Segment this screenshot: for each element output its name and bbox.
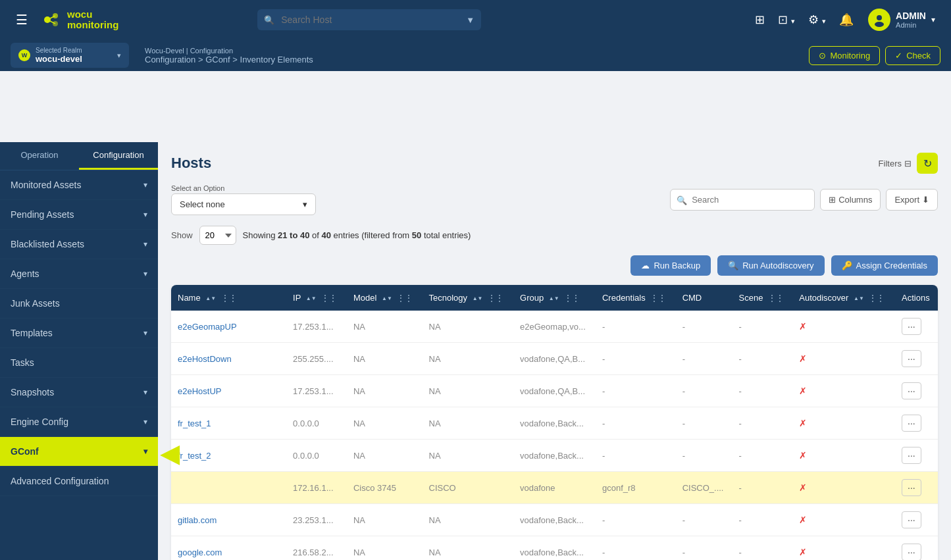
- chevron-down-icon: ▾: [143, 328, 147, 338]
- filters-button[interactable]: Filters ⊟: [879, 159, 912, 168]
- actions-menu-button[interactable]: ···: [902, 415, 921, 432]
- page-header: Hosts Filters ⊟ ↻: [171, 153, 938, 174]
- show-select[interactable]: 20 50 100: [199, 226, 236, 245]
- actions-menu-button[interactable]: ···: [902, 350, 921, 367]
- cell-technology: NA: [423, 536, 514, 561]
- cell-credentials: -: [596, 504, 676, 536]
- user-area[interactable]: ADMIN Admin ▾: [863, 6, 940, 34]
- run-autodiscovery-button[interactable]: 🔍 Run Autodiscovery: [717, 255, 824, 276]
- host-link[interactable]: e2eGeomapUP: [178, 322, 237, 332]
- logo-text: wocu monitoring: [67, 9, 118, 31]
- cell-credentials: -: [596, 343, 676, 375]
- col-technology: Tecnology ▲▼ ⋮⋮: [423, 285, 514, 311]
- show-label: Show: [171, 230, 193, 240]
- cell-scene: -: [733, 375, 793, 407]
- download-icon: ⬇: [922, 195, 929, 205]
- col-menu-icon[interactable]: ⋮⋮: [564, 293, 580, 303]
- actions-menu-button[interactable]: ···: [902, 382, 921, 399]
- hamburger-button[interactable]: ☰: [11, 9, 33, 30]
- cell-ip: 216.58.2...: [286, 536, 347, 561]
- col-menu-icon[interactable]: ⋮⋮: [221, 293, 237, 303]
- search-host-input[interactable]: [257, 9, 481, 30]
- col-menu-icon[interactable]: ⋮⋮: [768, 293, 784, 303]
- table-row: e2eHostUP 17.253.1... NA NA vodafone,QA,…: [171, 375, 938, 407]
- monitoring-icon: ⊙: [819, 51, 826, 61]
- chevron-down-icon: ▾: [143, 388, 147, 397]
- cell-cmd: -: [676, 504, 733, 536]
- sidebar-item-blacklisted-assets[interactable]: Blacklisted Assets ▾: [0, 230, 158, 259]
- table-row: e2eGeomapUP 17.253.1... NA NA e2eGeomap,…: [171, 311, 938, 343]
- cell-group: vodafone,Back...: [513, 536, 596, 561]
- actions-menu-button[interactable]: ···: [902, 318, 921, 335]
- refresh-button[interactable]: ↻: [917, 153, 938, 174]
- select-option-button[interactable]: Select none ▾: [171, 193, 316, 215]
- sidebar-item-advanced-configuration[interactable]: Advanced Configuration: [0, 467, 158, 496]
- sidebar-item-snapshots[interactable]: Snapshots ▾: [0, 378, 158, 407]
- actions-menu-button[interactable]: ···: [902, 479, 921, 496]
- cell-ip: 172.16.1...: [286, 472, 347, 504]
- run-backup-button[interactable]: ☁ Run Backup: [630, 255, 711, 276]
- col-scene: Scene ⋮⋮: [733, 285, 793, 311]
- backup-icon: ☁: [641, 261, 650, 270]
- sidebar-item-monitored-assets[interactable]: Monitored Assets ▾: [0, 170, 158, 200]
- cell-group: vodafone,QA,B...: [513, 343, 596, 375]
- col-menu-icon[interactable]: ⋮⋮: [869, 293, 885, 303]
- cell-ip: 255.255....: [286, 343, 347, 375]
- monitoring-button[interactable]: ⊙ Monitoring: [809, 46, 880, 65]
- tab-configuration[interactable]: Configuration: [79, 142, 158, 170]
- actions-menu-button[interactable]: ···: [902, 447, 921, 464]
- sidebar-item-pending-assets[interactable]: Pending Assets ▾: [0, 200, 158, 230]
- host-link[interactable]: google.com: [178, 547, 222, 557]
- host-link[interactable]: fr_test_1: [178, 419, 211, 428]
- sidebar: Operation Configuration Monitored Assets…: [0, 142, 158, 560]
- sidebar-item-tasks[interactable]: Tasks: [0, 348, 158, 378]
- check-button[interactable]: ✓ Check: [885, 46, 940, 65]
- alerts-button[interactable]: 🔔: [835, 9, 858, 31]
- host-link[interactable]: e2eHostUP: [178, 386, 221, 396]
- cell-group: vodafone,QA,B...: [513, 375, 596, 407]
- cell-scene: -: [733, 343, 793, 375]
- sidebar-item-engine-config[interactable]: Engine Config ▾: [0, 407, 158, 437]
- actions-menu-button[interactable]: ···: [902, 511, 921, 528]
- cell-group: vodafone,Back...: [513, 504, 596, 536]
- sidebar-item-gconf[interactable]: GConf ▾: [0, 437, 158, 467]
- settings-button[interactable]: ⚙ ▾: [804, 9, 830, 31]
- export-button[interactable]: Export ⬇: [886, 189, 938, 211]
- sidebar-tabs: Operation Configuration: [0, 142, 158, 170]
- cell-actions: ···: [895, 375, 938, 407]
- sort-icons: ▲▼: [549, 296, 559, 301]
- sort-icons: ▲▼: [473, 296, 483, 301]
- svg-point-5: [877, 15, 882, 20]
- reports-button[interactable]: ⊞: [751, 9, 769, 31]
- realm-selector[interactable]: W Selected Realm wocu-devel ▾: [11, 43, 129, 68]
- col-menu-icon[interactable]: ⋮⋮: [650, 293, 666, 303]
- chevron-down-icon: ▾: [303, 199, 307, 209]
- host-link[interactable]: e2eHostDown: [178, 354, 232, 364]
- sidebar-item-templates[interactable]: Templates ▾: [0, 318, 158, 348]
- sidebar-item-agents[interactable]: Agents ▾: [0, 259, 158, 289]
- col-actions: Actions: [895, 285, 938, 311]
- tab-operation[interactable]: Operation: [0, 142, 79, 170]
- cell-cmd: CISCO_....: [676, 472, 733, 504]
- notifications-button[interactable]: ⊡ ▾: [774, 9, 799, 31]
- col-model: Model ▲▼ ⋮⋮: [347, 285, 423, 311]
- columns-button[interactable]: ⊞ Columns: [820, 189, 881, 211]
- sidebar-item-junk-assets[interactable]: Junk Assets: [0, 289, 158, 318]
- header-actions: Filters ⊟ ↻: [879, 153, 938, 174]
- host-link[interactable]: gitlab.com: [178, 515, 217, 525]
- table-row: 172.16.1... Cisco 3745 CISCO vodafone gc…: [171, 472, 938, 504]
- search-input[interactable]: [670, 189, 815, 211]
- cell-cmd: -: [676, 440, 733, 472]
- col-menu-icon[interactable]: ⋮⋮: [321, 293, 337, 303]
- cell-autodiscover: ✗: [792, 407, 895, 440]
- cell-model: Cisco 3745: [347, 472, 423, 504]
- cell-model: NA: [347, 311, 423, 343]
- navbar: ☰ wocu monitoring 🔍 ▼ ⊞ ⊡ ▾ ⚙: [0, 0, 951, 39]
- assign-credentials-button[interactable]: 🔑 Assign Credentials: [831, 255, 938, 276]
- col-menu-icon[interactable]: ⋮⋮: [488, 293, 503, 303]
- col-menu-icon[interactable]: ⋮⋮: [397, 293, 413, 303]
- host-link[interactable]: fr_test_2: [178, 451, 211, 461]
- cell-technology: NA: [423, 375, 514, 407]
- actions-menu-button[interactable]: ···: [902, 544, 921, 560]
- avatar: [868, 9, 890, 31]
